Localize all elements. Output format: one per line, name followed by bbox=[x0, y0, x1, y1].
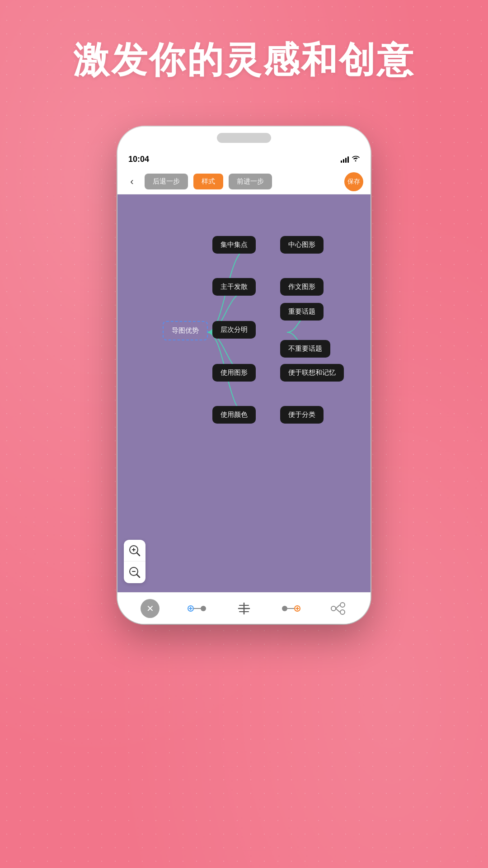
svg-line-23 bbox=[336, 609, 340, 612]
phone-notch-area bbox=[117, 127, 371, 149]
phone-mockup: 10:04 ‹ 后退一步 样式 前进一步 保存 bbox=[117, 127, 371, 624]
branch4-child[interactable]: 便于联想和记忆 bbox=[280, 364, 344, 382]
svg-point-24 bbox=[340, 603, 345, 607]
center-align-icon bbox=[237, 602, 251, 615]
wifi-icon bbox=[352, 155, 360, 163]
branch4-node[interactable]: 使用图形 bbox=[212, 364, 256, 382]
phone-notch bbox=[217, 133, 271, 143]
svg-point-16 bbox=[282, 606, 287, 611]
add-left-button[interactable] bbox=[186, 597, 208, 620]
zoom-out-button[interactable] bbox=[124, 561, 145, 583]
svg-point-25 bbox=[340, 610, 345, 614]
add-left-icon bbox=[187, 602, 207, 615]
zoom-controls bbox=[124, 540, 145, 583]
branch-icon bbox=[330, 600, 346, 617]
status-bar: 10:04 bbox=[117, 149, 371, 169]
zoom-in-icon bbox=[128, 544, 141, 557]
branch5-child[interactable]: 便于分类 bbox=[280, 406, 324, 424]
svg-point-21 bbox=[331, 606, 336, 611]
root-node[interactable]: 导图优势 bbox=[163, 321, 208, 340]
branch-button[interactable] bbox=[327, 597, 349, 620]
branch2-child[interactable]: 作文图形 bbox=[280, 278, 324, 296]
close-icon: ✕ bbox=[141, 599, 160, 618]
branch1-child[interactable]: 中心图形 bbox=[280, 236, 324, 254]
branch3-child2[interactable]: 不重要话题 bbox=[280, 340, 330, 358]
delete-button[interactable]: ✕ bbox=[139, 597, 161, 620]
svg-point-11 bbox=[201, 606, 206, 611]
redo-button[interactable]: 前进一步 bbox=[229, 174, 272, 189]
status-icons bbox=[341, 155, 360, 163]
zoom-out-icon bbox=[128, 566, 141, 579]
branch1-node[interactable]: 集中集点 bbox=[212, 236, 256, 254]
status-time: 10:04 bbox=[128, 155, 149, 164]
save-button[interactable]: 保存 bbox=[344, 172, 363, 191]
add-right-icon bbox=[281, 602, 301, 615]
svg-line-6 bbox=[137, 575, 140, 577]
svg-line-22 bbox=[336, 605, 340, 609]
page-headline: 激发你的灵感和创意 bbox=[0, 36, 488, 85]
style-button[interactable]: 样式 bbox=[193, 174, 223, 189]
mindmap-lines bbox=[117, 194, 371, 592]
app-toolbar: ‹ 后退一步 样式 前进一步 保存 bbox=[117, 169, 371, 194]
center-align-button[interactable] bbox=[233, 597, 255, 620]
undo-button[interactable]: 后退一步 bbox=[145, 174, 188, 189]
bottom-toolbar: ✕ bbox=[117, 592, 371, 624]
branch3-node[interactable]: 层次分明 bbox=[212, 321, 256, 339]
branch3-child1[interactable]: 重要话题 bbox=[280, 303, 324, 321]
add-right-button[interactable] bbox=[280, 597, 302, 620]
signal-icon bbox=[341, 156, 349, 163]
branch2-node[interactable]: 主干发散 bbox=[212, 278, 256, 296]
zoom-in-button[interactable] bbox=[124, 540, 145, 561]
svg-line-3 bbox=[137, 553, 140, 556]
mindmap-canvas[interactable]: 导图优势 集中集点 中心图形 主干发散 作文图形 层次分明 重要话题 不重要话题… bbox=[117, 194, 371, 592]
branch5-node[interactable]: 使用颜色 bbox=[212, 406, 256, 424]
back-button[interactable]: ‹ bbox=[125, 175, 139, 189]
